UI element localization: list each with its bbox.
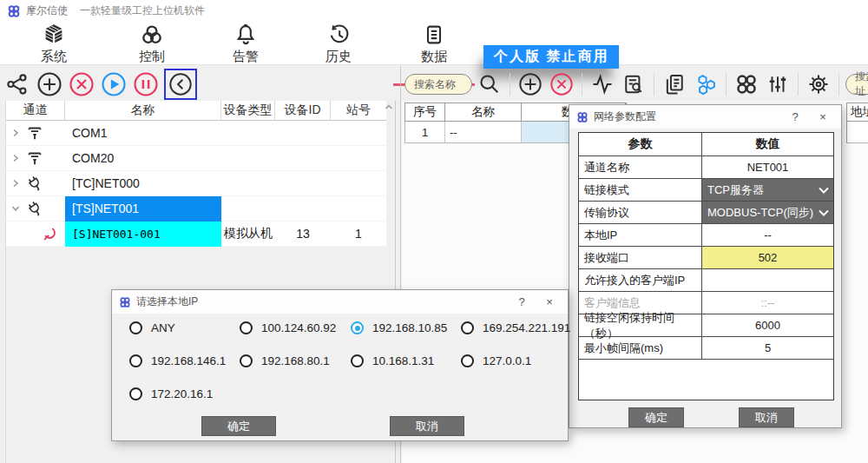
col-type: 设备类型	[221, 101, 275, 120]
chevron-down-icon	[818, 186, 830, 195]
expand-chevron-icon[interactable]	[6, 153, 25, 163]
tab-label: 历史	[326, 49, 352, 65]
tree-row-net001-selected[interactable]: [TS]NET001	[6, 196, 386, 222]
device-id: 13	[275, 227, 331, 241]
tab-history[interactable]: 历史	[297, 23, 380, 63]
close-button[interactable]: ×	[812, 109, 834, 126]
dialog-title-bar[interactable]: 网络参数配置 ? ×	[569, 105, 841, 129]
help-button[interactable]: ?	[510, 294, 533, 311]
ok-button[interactable]: 确定	[201, 416, 276, 436]
port-value[interactable]: 502	[702, 247, 833, 268]
tab-data[interactable]: 数据	[392, 23, 476, 63]
tree-row-net000[interactable]: [TC]NET000	[6, 171, 386, 196]
param-row-min-frame-gap: 最小帧间隔(ms) 5	[579, 337, 833, 360]
app-subtitle: 一款轻量级工控上位机软件	[80, 3, 205, 18]
radio-icon[interactable]	[461, 354, 474, 367]
app-logo-icon	[7, 4, 21, 18]
radio-icon[interactable]	[129, 354, 142, 367]
radio-option-ip4[interactable]: 192.168.146.1	[129, 354, 226, 367]
tree-row-com20[interactable]: COM20	[6, 146, 386, 171]
tree-header: 通道 名称 设备类型 设备ID 站号	[6, 101, 386, 121]
help-button[interactable]: ?	[784, 109, 806, 126]
delete-point-button[interactable]	[548, 70, 575, 98]
waveform-icon[interactable]	[589, 70, 616, 98]
allowed-clients-value[interactable]	[702, 269, 833, 291]
clover-icon[interactable]	[733, 70, 760, 98]
tab-control[interactable]: 控制	[110, 23, 194, 63]
param-row-port: 接收端口 502	[579, 247, 833, 269]
param-row-allowed-clients: 允许接入的客户端IP	[579, 269, 833, 292]
protocol-dropdown[interactable]: MODBUS-TCP(同步)	[702, 202, 833, 223]
broken-link-icon	[41, 224, 60, 243]
device-station: 1	[331, 227, 386, 241]
copy-document-icon[interactable]	[661, 70, 688, 98]
channel-name-value[interactable]: NET001	[702, 156, 833, 178]
radio-selected-icon[interactable]	[351, 321, 364, 334]
ok-button[interactable]: 确定	[628, 407, 684, 427]
select-ip-dialog: 请选择本地IP ? × ANY 100.124.60.92 192.168.10…	[111, 289, 569, 441]
tree-row-slave-device[interactable]: [S]NET001-001 模拟从机 13 1	[6, 222, 386, 247]
param-row-protocol: 传输协议 MODBUS-TCP(同步)	[579, 202, 833, 224]
log-search-icon[interactable]	[620, 70, 648, 98]
channel-name: COM20	[65, 151, 114, 165]
license-badge: 个人版 禁止商用	[483, 45, 619, 69]
dialog-title: 网络参数配置	[594, 109, 779, 124]
col-station: 站号	[331, 101, 386, 120]
link-mode-dropdown[interactable]: TCP服务器	[702, 179, 833, 201]
tab-alarm[interactable]: 告警	[204, 23, 287, 63]
radio-icon[interactable]	[351, 354, 364, 367]
col-index: 序号	[405, 103, 445, 121]
share-topology-button[interactable]	[3, 70, 31, 98]
pause-button[interactable]	[132, 70, 160, 98]
param-table-header: 参数 数值	[579, 133, 833, 156]
channel-name: [TC]NET000	[65, 176, 140, 190]
search-name-input[interactable]: 搜索名称	[404, 74, 472, 95]
chevron-down-icon	[818, 208, 830, 217]
radio-icon[interactable]	[129, 387, 142, 400]
col-id: 设备ID	[275, 101, 331, 120]
tab-label: 告警	[233, 49, 259, 65]
radio-option-ip8[interactable]: 172.20.16.1	[129, 387, 213, 400]
radio-option-ip2-selected[interactable]: 192.168.10.85	[351, 321, 447, 334]
param-row-link-mode: 链接模式 TCP服务器	[579, 179, 833, 202]
expand-chevron-icon[interactable]	[6, 128, 25, 138]
network-plug-icon	[25, 199, 44, 218]
radio-option-any[interactable]: ANY	[129, 321, 175, 334]
run-button[interactable]	[100, 70, 128, 98]
add-point-button[interactable]	[516, 70, 544, 98]
param-row-channel-name: 通道名称 NET001	[579, 156, 833, 179]
min-frame-gap-value[interactable]: 5	[702, 337, 833, 359]
hexagons-icon[interactable]	[692, 70, 720, 98]
expand-chevron-icon[interactable]	[6, 178, 25, 189]
search-icon[interactable]	[476, 70, 503, 98]
tab-label: 系统	[41, 49, 67, 65]
search-address-input[interactable]: 搜索地址	[845, 74, 868, 95]
delete-channel-button[interactable]	[68, 70, 95, 98]
scroll-up-icon[interactable]	[384, 103, 394, 111]
idle-keep-value[interactable]: 6000	[702, 314, 833, 336]
radio-icon[interactable]	[240, 321, 253, 334]
radio-option-ip6[interactable]: 10.168.1.31	[351, 354, 434, 367]
radio-option-ip3[interactable]: 169.254.221.191	[461, 321, 570, 334]
collapse-chevron-icon[interactable]	[6, 203, 25, 214]
add-channel-button[interactable]	[36, 70, 63, 98]
cancel-button[interactable]: 取消	[739, 407, 794, 427]
radio-icon[interactable]	[240, 354, 253, 367]
radio-icon[interactable]	[461, 321, 474, 334]
tab-system[interactable]: 系统	[12, 23, 95, 63]
radio-option-ip1[interactable]: 100.124.60.92	[240, 321, 336, 334]
dialog-title: 请选择本地IP	[136, 294, 505, 309]
close-button[interactable]: ×	[538, 294, 561, 311]
sliders-icon[interactable]	[764, 70, 792, 98]
tree-row-com1[interactable]: COM1	[6, 121, 386, 146]
gear-icon[interactable]	[805, 70, 832, 98]
radio-option-ip7[interactable]: 127.0.0.1	[461, 354, 531, 367]
col-name: 名称	[445, 103, 522, 121]
cancel-button[interactable]: 取消	[390, 416, 464, 436]
local-ip-value[interactable]: --	[702, 224, 833, 246]
history-clock-icon	[326, 23, 351, 47]
radio-icon[interactable]	[129, 321, 142, 334]
collapse-panel-button[interactable]	[164, 69, 197, 100]
radio-option-ip5[interactable]: 192.168.80.1	[240, 354, 330, 367]
dialog-title-bar[interactable]: 请选择本地IP ? ×	[112, 290, 568, 314]
